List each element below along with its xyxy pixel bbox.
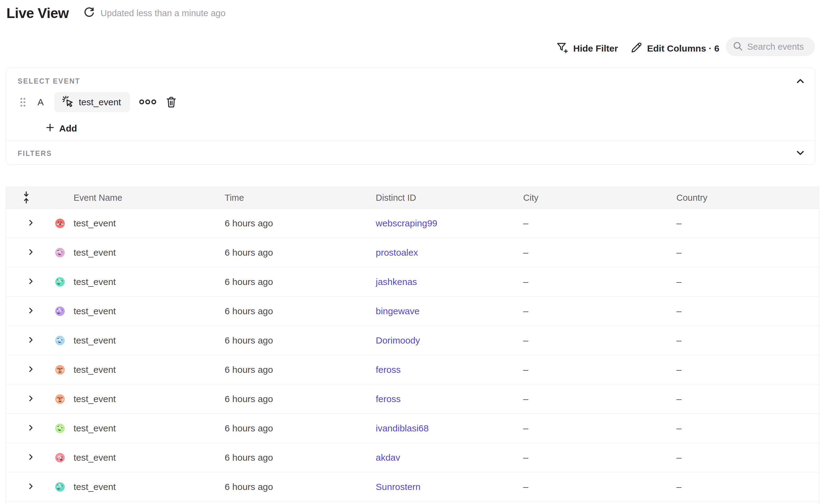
event-name-cell: test_event bbox=[65, 218, 216, 229]
expand-row-button[interactable] bbox=[25, 217, 36, 229]
add-label: Add bbox=[59, 123, 77, 133]
avatar bbox=[47, 273, 65, 290]
collapse-section-button[interactable] bbox=[793, 75, 807, 88]
distinct-id-link[interactable]: webscraping99 bbox=[376, 218, 437, 228]
table-row[interactable]: test_event6 hours agoakdav–– bbox=[6, 443, 819, 472]
filters-section: FILTERS bbox=[6, 141, 815, 165]
avatar bbox=[47, 215, 65, 232]
time-cell: 6 hours ago bbox=[216, 335, 367, 346]
expand-row-cell bbox=[6, 451, 47, 464]
page-title: Live View bbox=[6, 5, 69, 21]
event-name-cell: test_event bbox=[65, 335, 216, 346]
events-table: Event NameTimeDistinct IDCityCountry tes… bbox=[6, 187, 819, 504]
page-header: Live View Updated less than a minute ago bbox=[6, 5, 226, 21]
table-row[interactable]: test_event6 hours agofeross–– bbox=[6, 384, 819, 414]
event-selector-chip[interactable]: test_event bbox=[55, 92, 130, 112]
avatar bbox=[47, 449, 65, 466]
drag-handle-icon[interactable] bbox=[20, 97, 27, 107]
distinct-id-link[interactable]: Dorimoody bbox=[376, 335, 420, 345]
edit-columns-button[interactable]: Edit Columns · 6 bbox=[631, 40, 719, 57]
avatar bbox=[47, 479, 65, 496]
event-name-cell: test_event bbox=[65, 248, 216, 258]
chevron-right-icon bbox=[27, 306, 35, 316]
expand-row-button[interactable] bbox=[25, 335, 36, 346]
expand-row-cell bbox=[6, 481, 47, 493]
table-row[interactable]: test_event6 hours agoprostoalex–– bbox=[6, 238, 819, 267]
delete-event-button[interactable] bbox=[165, 96, 177, 109]
expand-row-button[interactable] bbox=[25, 276, 36, 288]
collapse-all-rows-button[interactable] bbox=[6, 187, 47, 209]
distinct-id-link[interactable]: feross bbox=[376, 394, 401, 404]
country-cell: – bbox=[667, 482, 819, 492]
search-input[interactable] bbox=[747, 42, 809, 52]
country-cell: – bbox=[667, 306, 819, 317]
table-body: test_event6 hours agowebscraping99––test… bbox=[6, 209, 819, 502]
city-cell: – bbox=[514, 277, 667, 287]
country-cell: – bbox=[667, 277, 819, 287]
column-header-country[interactable]: Country bbox=[667, 193, 819, 203]
clause-letter: A bbox=[37, 97, 43, 107]
distinct-id-link[interactable]: ivandiblasi68 bbox=[376, 423, 428, 433]
hide-filter-button[interactable]: Hide Filter bbox=[556, 40, 618, 57]
avatar bbox=[47, 244, 65, 261]
more-options-icon bbox=[139, 98, 157, 107]
event-name-cell: test_event bbox=[65, 482, 216, 492]
distinct-id-link[interactable]: feross bbox=[376, 364, 401, 375]
column-header-city[interactable]: City bbox=[514, 193, 667, 203]
table-row[interactable]: test_event6 hours agoDorimoody–– bbox=[6, 326, 819, 355]
refresh-button[interactable] bbox=[82, 6, 96, 20]
table-row[interactable]: test_event6 hours agoSunrostern–– bbox=[6, 472, 819, 502]
expand-filters-button[interactable] bbox=[793, 146, 807, 160]
table-row[interactable]: test_event6 hours agoivandiblasi68–– bbox=[6, 414, 819, 443]
distinct-id-cell: Dorimoody bbox=[367, 335, 514, 346]
country-cell: – bbox=[667, 364, 819, 375]
table-row[interactable]: test_event6 hours agobingewave–– bbox=[6, 296, 819, 326]
distinct-id-link[interactable]: akdav bbox=[376, 452, 400, 463]
distinct-id-cell: feross bbox=[367, 364, 514, 375]
distinct-id-cell: webscraping99 bbox=[367, 218, 514, 229]
distinct-id-cell: jashkenas bbox=[367, 277, 514, 287]
distinct-id-link[interactable]: Sunrostern bbox=[376, 482, 421, 492]
distinct-id-link[interactable]: jashkenas bbox=[376, 277, 417, 287]
add-event-button[interactable]: Add bbox=[45, 121, 77, 137]
expand-row-cell bbox=[6, 217, 47, 229]
collapse-rows-icon bbox=[22, 191, 31, 205]
country-cell: – bbox=[667, 452, 819, 463]
table-row[interactable]: test_event6 hours agowebscraping99–– bbox=[6, 209, 819, 238]
country-cell: – bbox=[667, 394, 819, 404]
table-row[interactable]: test_event6 hours agojashkenas–– bbox=[6, 267, 819, 296]
expand-row-button[interactable] bbox=[25, 422, 36, 434]
expand-row-cell bbox=[6, 247, 47, 258]
city-cell: – bbox=[514, 306, 667, 317]
expand-row-cell bbox=[6, 364, 47, 376]
select-event-label: SELECT EVENT bbox=[18, 77, 80, 86]
time-cell: 6 hours ago bbox=[216, 364, 367, 375]
expand-row-button[interactable] bbox=[25, 451, 36, 464]
more-options-button[interactable] bbox=[139, 98, 157, 107]
chevron-right-icon bbox=[27, 365, 35, 374]
avatar bbox=[47, 361, 65, 378]
expand-row-button[interactable] bbox=[25, 481, 36, 493]
column-header-event-name[interactable]: Event Name bbox=[65, 193, 216, 203]
refresh-icon bbox=[83, 7, 95, 20]
column-header-distinct-id[interactable]: Distinct ID bbox=[367, 193, 514, 203]
search-icon bbox=[733, 41, 743, 53]
expand-row-cell bbox=[6, 276, 47, 288]
expand-row-button[interactable] bbox=[25, 364, 36, 376]
time-cell: 6 hours ago bbox=[216, 306, 367, 317]
cursor-click-icon bbox=[62, 95, 74, 109]
trash-icon bbox=[165, 96, 177, 109]
expand-row-button[interactable] bbox=[25, 247, 36, 258]
time-cell: 6 hours ago bbox=[216, 423, 367, 433]
time-cell: 6 hours ago bbox=[216, 248, 367, 258]
distinct-id-link[interactable]: bingewave bbox=[376, 306, 419, 316]
distinct-id-cell: ivandiblasi68 bbox=[367, 423, 514, 433]
chevron-right-icon bbox=[27, 277, 35, 287]
column-header-time[interactable]: Time bbox=[216, 193, 367, 203]
search-box[interactable] bbox=[726, 37, 815, 56]
expand-row-button[interactable] bbox=[25, 393, 36, 405]
table-row[interactable]: test_event6 hours agofeross–– bbox=[6, 355, 819, 384]
avatar bbox=[47, 391, 65, 408]
distinct-id-link[interactable]: prostoalex bbox=[376, 248, 418, 257]
expand-row-button[interactable] bbox=[25, 305, 36, 317]
